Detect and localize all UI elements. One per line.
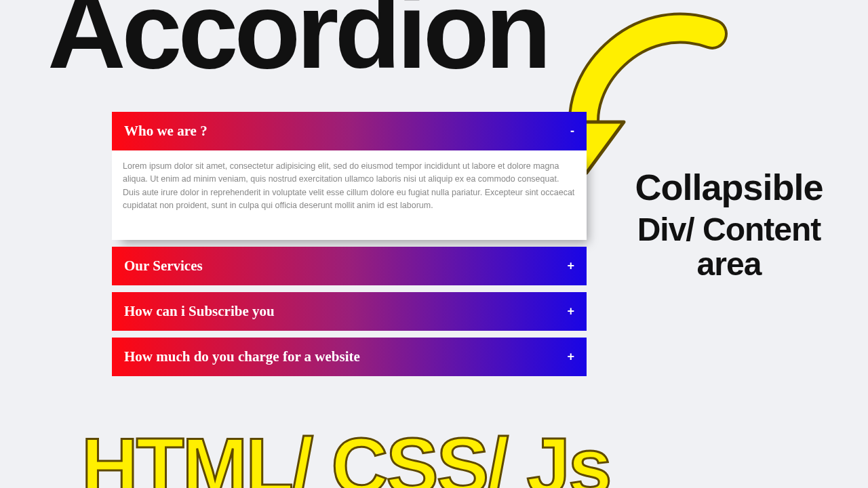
accordion-title: How can i Subscribe you xyxy=(124,303,275,320)
accordion-item: How can i Subscribe you + xyxy=(112,292,587,331)
accordion-header-charge[interactable]: How much do you charge for a website + xyxy=(112,338,587,376)
page-title: Accordion xyxy=(47,0,547,85)
accordion: Who we are ? - Lorem ipsum dolor sit ame… xyxy=(112,112,587,383)
side-caption-line1: Collapsible xyxy=(607,166,851,208)
accordion-header-who-we-are[interactable]: Who we are ? - xyxy=(112,112,587,150)
accordion-header-our-services[interactable]: Our Services + xyxy=(112,247,587,285)
expand-icon: + xyxy=(567,259,574,273)
side-caption: Collapsible Div/ Content area xyxy=(607,166,851,283)
bottom-caption: HTML/ CSS/ Js xyxy=(81,427,610,488)
accordion-item: Who we are ? - Lorem ipsum dolor sit ame… xyxy=(112,112,587,240)
accordion-title: How much do you charge for a website xyxy=(124,348,360,365)
accordion-title: Our Services xyxy=(124,258,203,274)
collapse-icon: - xyxy=(570,124,574,138)
accordion-header-subscribe[interactable]: How can i Subscribe you + xyxy=(112,292,587,331)
side-caption-line3: area xyxy=(607,245,851,283)
accordion-body: Lorem ipsum dolor sit amet, consectetur … xyxy=(112,150,587,240)
expand-icon: + xyxy=(567,350,574,364)
expand-icon: + xyxy=(567,304,574,319)
accordion-title: Who we are ? xyxy=(124,123,208,140)
accordion-item: How much do you charge for a website + xyxy=(112,338,587,376)
accordion-item: Our Services + xyxy=(112,247,587,285)
side-caption-line2: Div/ Content xyxy=(607,211,851,248)
